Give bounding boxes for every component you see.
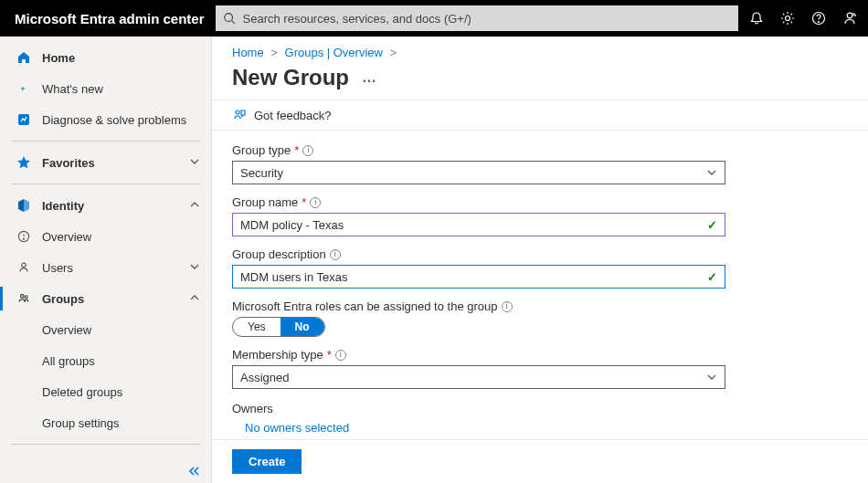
sidebar-item-diagnose[interactable]: Diagnose & solve problems xyxy=(0,104,211,135)
svg-point-12 xyxy=(25,296,27,299)
sidebar-collapse[interactable] xyxy=(0,459,211,483)
top-bar: Microsoft Entra admin center xyxy=(0,0,868,37)
group-type-select[interactable]: Security xyxy=(232,161,725,184)
group-desc-value: MDM users in Texas xyxy=(240,270,348,284)
search-icon xyxy=(223,12,236,25)
sidebar-label-diagnose: Diagnose & solve problems xyxy=(42,113,186,127)
sidebar-item-deleted-groups[interactable]: Deleted groups xyxy=(0,376,211,407)
chevron-up-icon xyxy=(189,459,200,460)
svg-point-0 xyxy=(224,14,232,22)
main-panel: Home > Groups | Overview > New Group … G… xyxy=(212,37,868,483)
sidebar-label-g-settings: Group settings xyxy=(42,416,120,430)
search-box[interactable] xyxy=(216,5,738,31)
label-group-desc: Group description xyxy=(232,247,326,261)
help-icon[interactable] xyxy=(811,11,826,26)
label-entra-roles: Microsoft Entra roles can be assigned to… xyxy=(232,299,498,313)
sidebar-item-identity[interactable]: Identity xyxy=(0,190,211,221)
sidebar: Home What's new Diagnose & solve problem… xyxy=(0,37,212,483)
got-feedback-button[interactable]: Got feedback? xyxy=(232,108,332,122)
account-icon[interactable] xyxy=(842,11,857,26)
svg-point-10 xyxy=(22,263,26,267)
owners-heading: Owners xyxy=(232,402,848,415)
label-group-name: Group name xyxy=(232,195,298,209)
svg-line-1 xyxy=(231,21,235,25)
groups-icon xyxy=(16,291,31,306)
sidebar-item-groups[interactable]: Groups xyxy=(0,283,211,314)
feedback-icon xyxy=(232,108,247,122)
valid-check-icon: ✓ xyxy=(707,218,717,232)
sidebar-label-whatsnew: What's new xyxy=(42,82,103,96)
svg-point-4 xyxy=(819,22,820,23)
sidebar-item-groups-overview[interactable]: Overview xyxy=(0,314,211,345)
info-icon[interactable]: i xyxy=(335,350,346,361)
toggle-yes[interactable]: Yes xyxy=(233,318,281,336)
svg-point-9 xyxy=(23,238,24,239)
sparkle-icon xyxy=(16,81,31,96)
sidebar-label-learn: Learn & support xyxy=(42,459,133,460)
double-chevron-left-icon xyxy=(187,465,200,478)
create-button[interactable]: Create xyxy=(232,449,302,474)
sidebar-label-home: Home xyxy=(42,51,75,65)
feedback-label: Got feedback? xyxy=(254,109,332,122)
learn-icon xyxy=(16,458,31,459)
sidebar-item-favorites[interactable]: Favorites xyxy=(0,147,211,178)
required-marker: * xyxy=(302,195,306,209)
command-bar: Got feedback? xyxy=(212,100,868,131)
info-icon[interactable]: i xyxy=(310,197,321,208)
chevron-up-icon xyxy=(189,292,200,306)
home-icon xyxy=(16,50,31,65)
bell-icon[interactable] xyxy=(749,11,764,26)
diagnose-icon xyxy=(16,112,31,127)
info-icon[interactable]: i xyxy=(302,145,313,156)
sidebar-item-learn[interactable]: Learn & support xyxy=(0,450,211,459)
group-type-value: Security xyxy=(240,166,283,180)
sidebar-separator xyxy=(11,444,200,445)
sidebar-label-g-overview: Overview xyxy=(42,323,91,337)
sidebar-item-group-settings[interactable]: Group settings xyxy=(0,407,211,438)
sidebar-label-favorites: Favorites xyxy=(42,156,95,170)
membership-value: Assigned xyxy=(240,371,289,384)
svg-point-2 xyxy=(786,16,790,21)
top-icons xyxy=(749,11,857,26)
sidebar-label-g-all: All groups xyxy=(42,354,95,368)
chevron-down-icon xyxy=(706,372,717,383)
membership-type-select[interactable]: Assigned xyxy=(232,365,725,389)
svg-point-14 xyxy=(236,110,239,114)
chevron-down-icon xyxy=(706,167,717,178)
toggle-no[interactable]: No xyxy=(281,318,324,336)
label-membership: Membership type xyxy=(232,348,323,362)
brand-label: Microsoft Entra admin center xyxy=(15,11,205,26)
breadcrumb-separator: > xyxy=(390,46,397,59)
valid-check-icon: ✓ xyxy=(707,270,717,284)
sidebar-item-whatsnew[interactable]: What's new xyxy=(0,73,211,104)
required-marker: * xyxy=(294,143,299,157)
breadcrumb-home[interactable]: Home xyxy=(232,46,264,59)
svg-point-11 xyxy=(21,295,25,299)
sidebar-item-users[interactable]: Users xyxy=(0,252,211,283)
breadcrumb-groups[interactable]: Groups | Overview xyxy=(285,46,383,59)
no-owners-link[interactable]: No owners selected xyxy=(232,421,848,435)
group-desc-input[interactable]: MDM users in Texas ✓ xyxy=(232,265,725,289)
group-name-value: MDM policy - Texas xyxy=(240,218,344,232)
sidebar-label-users: Users xyxy=(42,261,73,275)
info-icon[interactable]: i xyxy=(330,249,341,260)
gear-icon[interactable] xyxy=(780,11,795,26)
label-group-type: Group type xyxy=(232,143,291,157)
entra-roles-toggle[interactable]: Yes No xyxy=(232,317,325,337)
overview-icon xyxy=(16,229,31,244)
sidebar-label-groups: Groups xyxy=(42,292,84,306)
breadcrumb-separator: > xyxy=(270,46,278,59)
sidebar-item-home[interactable]: Home xyxy=(0,42,211,73)
svg-point-5 xyxy=(847,13,852,18)
sidebar-item-overview[interactable]: Overview xyxy=(0,221,211,252)
info-icon[interactable]: i xyxy=(502,301,513,312)
more-menu-icon[interactable]: … xyxy=(362,69,378,86)
sidebar-item-all-groups[interactable]: All groups xyxy=(0,345,211,376)
star-icon xyxy=(16,155,31,170)
page-title: New Group xyxy=(232,65,349,90)
sidebar-label-g-deleted: Deleted groups xyxy=(42,385,122,399)
sidebar-separator xyxy=(11,141,200,142)
group-name-input[interactable]: MDM policy - Texas ✓ xyxy=(232,213,725,236)
search-input[interactable] xyxy=(243,12,731,26)
breadcrumb: Home > Groups | Overview > xyxy=(212,37,868,61)
